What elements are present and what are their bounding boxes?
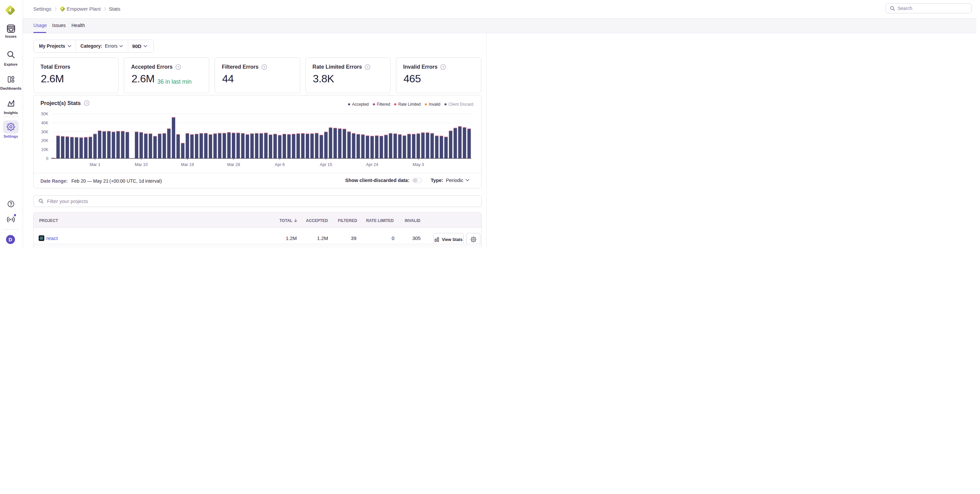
- svg-text:?: ?: [263, 65, 265, 69]
- svg-text:Apr 15: Apr 15: [320, 163, 332, 167]
- svg-text:Apr 6: Apr 6: [275, 163, 285, 167]
- svg-text:0: 0: [46, 156, 48, 161]
- svg-text:20K: 20K: [41, 138, 48, 143]
- svg-text:Apr 24: Apr 24: [366, 163, 379, 167]
- svg-text:40K: 40K: [41, 120, 48, 125]
- svg-text:50K: 50K: [41, 112, 48, 116]
- svg-text:Mar 10: Mar 10: [135, 163, 148, 167]
- svg-text:?: ?: [367, 65, 369, 69]
- svg-text:Mar 28: Mar 28: [227, 163, 240, 167]
- svg-text:30K: 30K: [41, 129, 48, 134]
- svg-text:May 3: May 3: [413, 163, 424, 167]
- svg-text:?: ?: [442, 65, 444, 69]
- svg-text:10K: 10K: [41, 147, 48, 152]
- svg-text:Mar 1: Mar 1: [90, 163, 100, 167]
- svg-text:Mar 19: Mar 19: [181, 163, 194, 167]
- svg-text:?: ?: [177, 65, 179, 69]
